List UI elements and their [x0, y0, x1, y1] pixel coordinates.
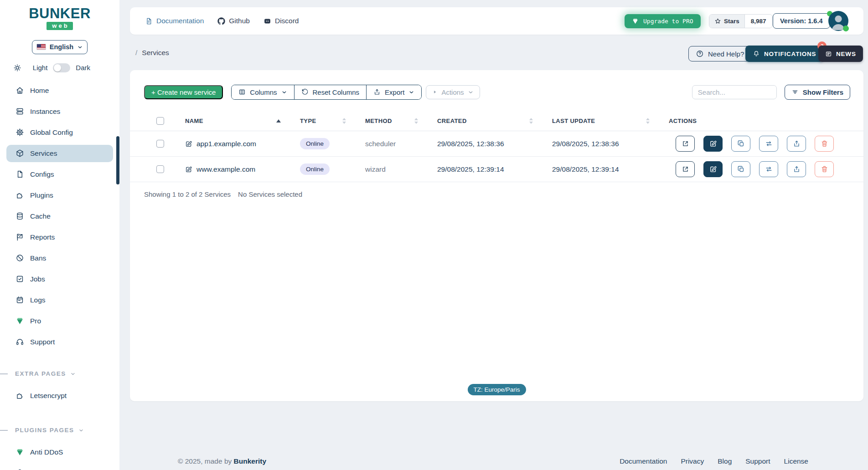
theme-toggle[interactable] [53, 63, 70, 72]
edit-icon [709, 165, 717, 173]
copy-icon [737, 140, 745, 148]
delete-service-button[interactable] [815, 136, 834, 152]
swap-arrows-icon [765, 165, 773, 173]
header-name[interactable]: NAME [185, 111, 300, 131]
github-link[interactable]: Github [217, 17, 250, 25]
sidebar-item-pro[interactable]: Pro [6, 312, 113, 330]
footer-license-link[interactable]: License [784, 457, 808, 465]
sidebar-item-logs[interactable]: Logs [6, 291, 113, 309]
convert-service-button[interactable] [759, 161, 778, 177]
notifications-button[interactable]: NOTIFICATIONS 3 [745, 46, 823, 62]
footer-blog-link[interactable]: Blog [718, 457, 732, 465]
section-plugins-pages[interactable]: PLUGINS PAGES [0, 424, 119, 437]
breadcrumb-separator: / [135, 49, 137, 57]
sidebar-item-label: Anti DDoS [30, 448, 63, 456]
header-actions: ACTIONS [669, 111, 863, 131]
clone-service-button[interactable] [731, 161, 750, 177]
service-name-link[interactable]: www.example.com [185, 165, 300, 174]
external-link-icon [682, 165, 689, 173]
header-created[interactable]: CREATED [437, 111, 552, 131]
gem-icon [16, 317, 24, 325]
sidebar-item-home[interactable]: Home [6, 82, 113, 99]
gear-icon [16, 128, 24, 137]
header-type[interactable]: TYPE [300, 111, 365, 131]
open-service-button[interactable] [676, 136, 695, 152]
export-button[interactable]: Export [366, 85, 421, 99]
diamond-icon [632, 18, 639, 25]
export-service-button[interactable] [787, 161, 806, 177]
edit-service-button[interactable] [703, 161, 723, 177]
sidebar-item-bans[interactable]: Bans [6, 250, 113, 267]
sidebar-item-reports[interactable]: Reports [6, 229, 113, 246]
row-checkbox[interactable] [156, 165, 164, 173]
need-help-label: Need Help? [708, 50, 744, 58]
sidebar-scrollbar[interactable] [116, 136, 119, 184]
sidebar-item-global-config[interactable]: Global Config [6, 124, 113, 141]
ban-icon [16, 254, 24, 262]
sidebar-item-letsencrypt[interactable]: Letsencrypt [6, 387, 113, 404]
table-controls-group: Columns Reset Columns Export [231, 85, 422, 100]
share-upload-icon [793, 140, 801, 148]
section-extra-pages[interactable]: EXTRA PAGES [0, 367, 119, 381]
user-status-dot [843, 26, 849, 31]
upgrade-to-pro-button[interactable]: Upgrade to PRO [625, 14, 701, 28]
discord-icon [264, 17, 271, 25]
sidebar-item-instances[interactable]: Instances [6, 103, 113, 120]
sidebar-item-jobs[interactable]: Jobs [6, 271, 113, 288]
reset-columns-button[interactable]: Reset Columns [294, 85, 367, 99]
sidebar-item-cache[interactable]: Cache [6, 208, 113, 225]
edit-service-button[interactable] [703, 136, 723, 152]
header-label: LAST UPDATE [552, 118, 595, 124]
row-checkbox[interactable] [156, 140, 164, 148]
convert-service-button[interactable] [759, 136, 778, 152]
need-help-button[interactable]: Need Help? [688, 46, 751, 61]
bell-icon [753, 50, 760, 57]
sidebar: BUNKER web English Light Dark Home Insta… [0, 0, 119, 470]
breadcrumb-services[interactable]: Services [142, 49, 169, 57]
open-service-button[interactable] [676, 161, 695, 177]
document-icon [145, 17, 153, 25]
header-method[interactable]: METHOD [365, 111, 437, 131]
sidebar-item-label: Reports [30, 233, 55, 241]
sidebar-item-plugins[interactable]: Plugins [6, 187, 113, 204]
theme-light-label: Light [33, 64, 48, 72]
sidebar-item-services[interactable]: Services [6, 145, 113, 162]
header-label: TYPE [300, 118, 316, 124]
search-input[interactable] [692, 85, 777, 99]
actions-button-disabled[interactable]: Actions [426, 85, 480, 99]
clone-service-button[interactable] [731, 136, 750, 152]
trash-icon [821, 165, 828, 173]
footer-privacy-link[interactable]: Privacy [681, 457, 704, 465]
sidebar-item-label: Letsencrypt [30, 392, 67, 400]
footer-support-link[interactable]: Support [745, 457, 770, 465]
toggle-knob [54, 64, 61, 72]
bunkerity-link[interactable]: Bunkerity [234, 457, 267, 465]
footer-documentation-link[interactable]: Documentation [620, 457, 667, 465]
github-stars-badge[interactable]: Stars 8,987 [709, 14, 773, 28]
language-select[interactable]: English [32, 40, 88, 54]
show-filters-button[interactable]: Show Filters [785, 85, 850, 100]
version-button[interactable]: Version: 1.6.4 [773, 13, 830, 29]
discord-link[interactable]: Discord [264, 17, 299, 25]
page-bar: / Services Need Help? NOTIFICATIONS 3 NE… [130, 45, 863, 63]
status-badge: Online [300, 138, 330, 149]
delete-service-button[interactable] [815, 161, 834, 177]
news-button[interactable]: NEWS [818, 46, 863, 62]
export-service-button[interactable] [787, 136, 806, 152]
sidebar-item-support[interactable]: Support [6, 333, 113, 351]
export-icon [373, 88, 381, 96]
columns-label: Columns [250, 88, 277, 96]
select-all-checkbox[interactable] [156, 117, 164, 125]
documentation-link[interactable]: Documentation [145, 17, 204, 25]
flag-icon [16, 233, 24, 241]
create-service-button[interactable]: + Create new service [144, 85, 223, 99]
sidebar-item-antibot[interactable]: Antibot [6, 465, 113, 470]
columns-button[interactable]: Columns [232, 85, 294, 99]
brand-web-badge: web [46, 22, 72, 30]
user-avatar[interactable] [828, 11, 848, 31]
sidebar-item-anti-ddos[interactable]: Anti DDoS [6, 444, 113, 461]
clipboard-check-icon [16, 275, 24, 283]
sidebar-item-configs[interactable]: Configs [6, 166, 113, 183]
service-name-link[interactable]: app1.example.com [185, 140, 300, 148]
header-last-update[interactable]: LAST UPDATE [552, 111, 669, 131]
